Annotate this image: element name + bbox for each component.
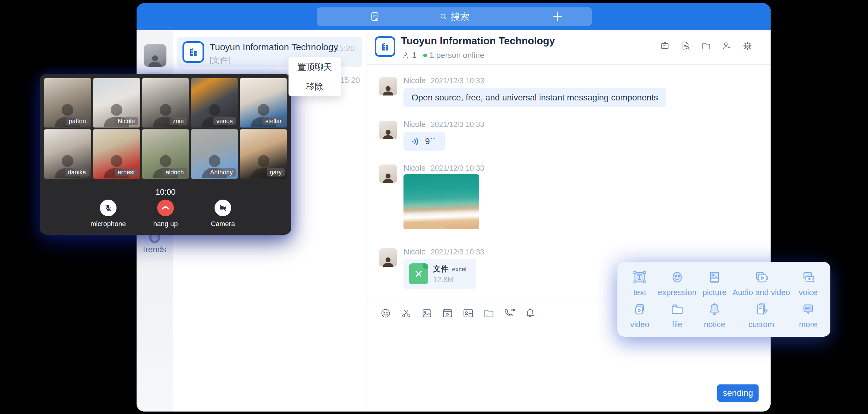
trends-label: trends — [136, 245, 173, 254]
search-icon — [439, 12, 448, 21]
message-time: 2021/12/3 10:33 — [431, 248, 484, 256]
sender-avatar[interactable] — [379, 248, 397, 267]
feature-label: video — [630, 320, 649, 329]
mic-muted-icon — [100, 200, 117, 216]
file-size: 12.8M — [433, 276, 454, 284]
hang-up-button[interactable]: hang up — [147, 200, 184, 228]
call-controls: microphone hang up Camera — [40, 200, 291, 228]
sender-avatar[interactable] — [379, 121, 397, 139]
notification-bell-icon[interactable] — [524, 307, 536, 319]
online-dot — [423, 54, 427, 57]
text-message-bubble[interactable]: Open source, free, and universal instant… — [403, 88, 666, 107]
feature-picture[interactable]: picture — [696, 267, 733, 299]
menu-item-pin-chat[interactable]: 置顶聊天 — [288, 57, 341, 77]
search-area[interactable]: 搜索 — [317, 7, 592, 26]
search-bar[interactable]: 搜索 — [317, 7, 592, 26]
feature-notice[interactable]: notice — [696, 299, 733, 331]
feature-panel: text expression picture Audio and video … — [617, 262, 830, 337]
feature-label: more — [799, 320, 817, 329]
send-button[interactable]: sending — [717, 384, 758, 402]
feature-label: text — [633, 288, 646, 297]
feature-video[interactable]: video — [622, 299, 658, 331]
camera-off-icon — [215, 200, 231, 216]
feature-expression[interactable]: expression — [658, 267, 696, 299]
microphone-button[interactable]: microphone — [90, 200, 127, 228]
custom-icon — [753, 301, 769, 317]
more-icon — [800, 301, 816, 317]
feature-label: custom — [748, 320, 774, 329]
message-meta: Nicole 2021/12/3 10:33 — [403, 120, 484, 129]
text-icon — [631, 269, 648, 285]
participant-name: danika — [65, 168, 89, 177]
feature-custom[interactable]: custom — [733, 299, 790, 331]
folder-icon[interactable] — [483, 307, 495, 319]
participant-tile: stellar — [240, 78, 287, 128]
stage: 搜索 trends Tuoyun Information Technol — [0, 0, 868, 414]
feature-label: notice — [704, 320, 725, 329]
file-message-bubble[interactable]: ✕ 文件.excel 12.8M — [403, 259, 476, 289]
participant-tile: Anthony — [191, 129, 238, 179]
participant-name: Nicole — [115, 117, 138, 125]
contact-card-icon[interactable] — [462, 307, 474, 319]
chat-row2-time: 15:20 — [340, 75, 360, 85]
voice-duration: 9`` — [425, 132, 436, 151]
feature-label: file — [672, 320, 682, 329]
chat-row-title: Tuoyun Information Technology — [210, 42, 338, 52]
participant-name: Anthony — [207, 168, 236, 177]
chat-context-menu: 置顶聊天 移除 — [288, 57, 341, 96]
feature-file[interactable]: file — [658, 299, 696, 331]
participant-tile: venus — [191, 78, 238, 128]
message-time: 2021/12/3 10:33 — [431, 76, 484, 85]
sender-avatar[interactable] — [379, 164, 397, 183]
chat-header: Tuoyun Information Technology 1 1 person… — [367, 30, 771, 65]
message-meta: Nicole 2021/12/3 10:33 — [403, 76, 484, 85]
image-message[interactable] — [403, 174, 479, 229]
participant-tile: zoie — [142, 78, 189, 128]
bulletin-board-icon[interactable] — [660, 41, 670, 51]
feature-audio-video[interactable]: Audio and video — [733, 267, 790, 299]
participant-name: ernest — [115, 168, 138, 177]
voice-message-bubble[interactable]: 9`` — [403, 132, 445, 151]
control-label: microphone — [91, 220, 126, 228]
member-count: 1 — [412, 51, 416, 60]
picture-icon — [707, 269, 722, 285]
x-glyph: ✕ — [409, 263, 428, 284]
sender-name: Nicole — [403, 76, 426, 85]
settings-gear-icon[interactable] — [742, 41, 753, 51]
screenshot-scissors-icon[interactable] — [400, 307, 412, 319]
feature-text[interactable]: text — [622, 267, 658, 299]
participant-grid: patton Nicole zoie venus stellar danika … — [44, 78, 287, 179]
message-time: 2021/12/3 10:33 — [431, 164, 484, 172]
menu-item-remove[interactable]: 移除 — [288, 77, 341, 96]
camera-button[interactable]: Camera — [204, 200, 241, 228]
search-placeholder: 搜索 — [451, 10, 469, 23]
video-clapper-icon[interactable] — [441, 307, 454, 319]
emoji-icon[interactable] — [379, 307, 392, 319]
plus-icon[interactable] — [551, 10, 564, 23]
user-avatar[interactable] — [144, 44, 166, 67]
image-icon[interactable] — [421, 307, 433, 319]
audio-video-icon — [753, 269, 769, 285]
expression-icon — [669, 269, 685, 285]
file-search-icon[interactable] — [680, 41, 691, 51]
add-member-icon[interactable] — [721, 41, 732, 51]
participant-tile: ernest — [93, 129, 140, 179]
folder-icon[interactable] — [701, 41, 711, 51]
sender-name: Nicole — [403, 120, 426, 129]
chat-row-time: 15:20 — [335, 44, 355, 53]
member-icon — [402, 52, 410, 59]
feature-more[interactable]: more — [790, 299, 826, 331]
chat-title: Tuoyun Information Technology — [401, 35, 555, 47]
sender-avatar[interactable] — [379, 77, 397, 95]
video-icon — [631, 301, 648, 317]
feature-label: picture — [703, 288, 726, 297]
video-call-icon[interactable] — [503, 307, 516, 319]
group-avatar-icon — [183, 41, 204, 63]
participant-name: patton — [66, 117, 89, 125]
file-folder-icon — [669, 301, 685, 317]
chat-row-subtitle: [文件] — [210, 55, 230, 66]
feature-label: voice — [799, 288, 817, 297]
feature-voice[interactable]: voice — [790, 267, 826, 299]
participant-name: gary — [267, 168, 285, 177]
voice-icon — [800, 269, 816, 285]
